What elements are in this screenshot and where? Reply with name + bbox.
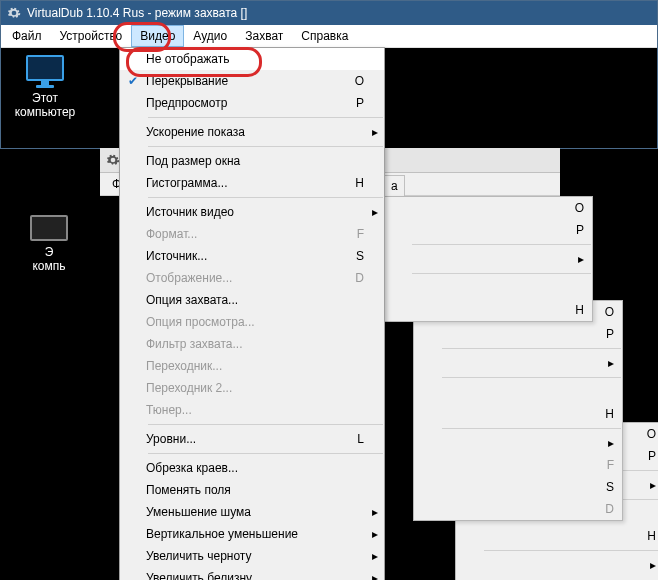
menu-item[interactable]: S	[414, 476, 622, 498]
menu-item[interactable]: Под размер окна	[120, 150, 384, 172]
desktop-icon-this-pc-cropped[interactable]: Э компь	[14, 215, 84, 273]
menu-item[interactable]	[384, 277, 592, 299]
chevron-right-icon: ▸	[644, 558, 656, 572]
menu-item-shortcut: L	[338, 432, 364, 446]
desktop: OP▸H▸FSD OP▸H▸FSD OP▸H а a ta VirtualDub…	[0, 0, 658, 580]
chevron-right-icon: ▸	[364, 125, 378, 139]
menu-separator	[148, 453, 383, 454]
menu-item: Переходник 2...	[120, 377, 384, 399]
menu-item[interactable]: ПредпросмотрP	[120, 92, 384, 114]
menu-item-label: Не отображать	[146, 52, 338, 66]
menu-item[interactable]: ▸	[384, 248, 592, 270]
menu-item-label: Источник видео	[146, 205, 338, 219]
menu-item-label: Обрезка краев...	[146, 461, 338, 475]
menu-item-shortcut: D	[594, 502, 614, 516]
menu-item[interactable]: ▸	[414, 432, 622, 454]
menu-item-shortcut: S	[594, 480, 614, 494]
menu-item[interactable]: H	[414, 403, 622, 425]
app-icon	[106, 153, 120, 167]
icon-label: Э	[14, 245, 84, 259]
menu-файл[interactable]: Файл	[3, 25, 51, 47]
menu-item-shortcut: H	[564, 303, 584, 317]
icon-label: Этот	[10, 91, 80, 105]
menu-item: Фильтр захвата...	[120, 333, 384, 355]
menu-item-label: Гистограмма...	[146, 176, 338, 190]
menu-item-shortcut: H	[636, 529, 656, 543]
menu-item-label: Опция просмотра...	[146, 315, 338, 329]
menu-item-shortcut: H	[594, 407, 614, 421]
chevron-right-icon: ▸	[602, 356, 614, 370]
menu-separator	[148, 117, 383, 118]
menu-item[interactable]: P	[384, 219, 592, 241]
menu-item[interactable]	[414, 381, 622, 403]
menu-item[interactable]: D	[414, 498, 622, 520]
menu-item[interactable]: Увеличить черноту▸	[120, 545, 384, 567]
menu-item[interactable]: F	[414, 454, 622, 476]
menu-справка[interactable]: Справка	[292, 25, 357, 47]
menu-item-label: Ускорение показа	[146, 125, 338, 139]
menu-item[interactable]: Опция захвата...	[120, 289, 384, 311]
menu-item-shortcut: O	[636, 427, 656, 441]
menu-item[interactable]: ▸	[456, 554, 658, 576]
menu-item-shortcut: P	[594, 327, 614, 341]
menu-separator	[412, 273, 591, 274]
menu-item[interactable]: Уровни...L	[120, 428, 384, 450]
menu-separator	[442, 377, 621, 378]
chevron-right-icon: ▸	[364, 549, 378, 563]
menu-item-shortcut: H	[338, 176, 364, 190]
menu-item-label: Поменять поля	[146, 483, 338, 497]
menu-item-shortcut: O	[338, 74, 364, 88]
menu-item[interactable]: Источник видео▸	[120, 201, 384, 223]
menu-separator	[442, 348, 621, 349]
menu-item-label: Увеличить черноту	[146, 549, 338, 563]
menu-separator	[484, 550, 658, 551]
menu-item[interactable]: H	[384, 299, 592, 321]
menu-separator	[148, 146, 383, 147]
menu-item-label: Источник...	[146, 249, 338, 263]
menu-item-label: Перекрывание	[146, 74, 338, 88]
menu-item[interactable]: Уменьшение шума▸	[120, 501, 384, 523]
ghost-menu-2: OP▸H▸FSD	[413, 300, 623, 521]
menu-item[interactable]: H	[456, 525, 658, 547]
menu-захват[interactable]: Захват	[236, 25, 292, 47]
menu-item[interactable]: ▸	[414, 352, 622, 374]
menu-item-shortcut: P	[636, 449, 656, 463]
menu-item[interactable]: F	[456, 576, 658, 580]
menu-item-shortcut: O	[564, 201, 584, 215]
menu-item[interactable]: P	[414, 323, 622, 345]
menu-item: Опция просмотра...	[120, 311, 384, 333]
chevron-right-icon: ▸	[364, 571, 378, 580]
menu-item-shortcut: S	[338, 249, 364, 263]
menu-item-shortcut: P	[338, 96, 364, 110]
menu-item[interactable]: O	[384, 197, 592, 219]
desktop-icon-this-pc[interactable]: Этот компьютер	[10, 55, 80, 119]
menu-item: Переходник...	[120, 355, 384, 377]
menu-separator	[148, 197, 383, 198]
monitor-icon	[30, 215, 68, 241]
menu-item-label: Фильтр захвата...	[146, 337, 338, 351]
menu-item[interactable]: Увеличить белизну▸	[120, 567, 384, 580]
video-menu-dropdown: Не отображать✔ПерекрываниеOПредпросмотрP…	[119, 47, 385, 580]
menu-item[interactable]: ✔ПерекрываниеO	[120, 70, 384, 92]
menu-item[interactable]: Источник...S	[120, 245, 384, 267]
menu-item[interactable]: Гистограмма...H	[120, 172, 384, 194]
chevron-right-icon: ▸	[364, 205, 378, 219]
menu-item-shortcut: P	[564, 223, 584, 237]
menu-item-label: Уровни...	[146, 432, 338, 446]
menu-аудио[interactable]: Аудио	[184, 25, 236, 47]
menu-item[interactable]: Поменять поля	[120, 479, 384, 501]
menu-item-shortcut: O	[594, 305, 614, 319]
monitor-icon	[25, 55, 65, 87]
menu-item-label: Отображение...	[146, 271, 338, 285]
menu-устройство[interactable]: Устройство	[51, 25, 132, 47]
titlebar[interactable]: VirtualDub 1.10.4 Rus - режим захвата []	[1, 1, 657, 25]
menu-item[interactable]: Вертикальное уменьшение▸	[120, 523, 384, 545]
menu-видео[interactable]: Видео	[131, 25, 184, 47]
menu-item-label: Тюнер...	[146, 403, 338, 417]
menu-item[interactable]: Ускорение показа▸	[120, 121, 384, 143]
menu-item-label: Увеличить белизну	[146, 571, 338, 580]
menu-separator	[442, 428, 621, 429]
menu-item[interactable]: Не отображать	[120, 48, 384, 70]
menu-item-shortcut: F	[594, 458, 614, 472]
menu-item[interactable]: Обрезка краев...	[120, 457, 384, 479]
